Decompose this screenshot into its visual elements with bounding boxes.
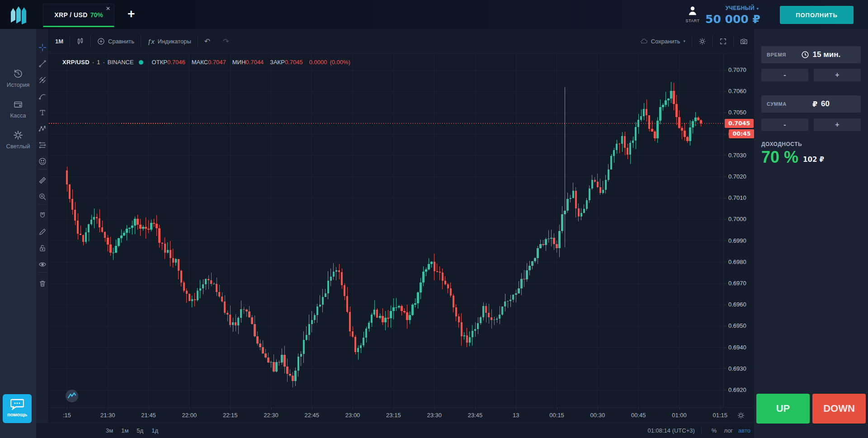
chart-plot-area[interactable]: XRP/USD · 1 · BINANCE ОТКР0.7046 МАКС0.7… [49, 54, 754, 407]
price-axis[interactable]: 0.70700.70600.70500.70400.70300.70200.70… [723, 54, 754, 407]
help-label: помощь [3, 412, 32, 417]
edit-tool-icon[interactable] [38, 228, 47, 236]
price-axis-label: 0.6990 [728, 237, 746, 244]
payout-value: 70 % 102 ₽ [761, 148, 824, 166]
time-axis[interactable]: :1521:3021:4522:0022:1522:3022:4523:0023… [49, 407, 754, 423]
up-button[interactable]: UP [756, 394, 810, 424]
current-price-line [49, 123, 723, 124]
range-button-3м[interactable]: 3м [102, 427, 117, 434]
crosshair-tool-icon[interactable] [38, 43, 47, 52]
indicators-button[interactable]: ƒx Индикаторы [141, 33, 198, 49]
trend-line-tool-icon[interactable] [38, 60, 47, 68]
chart-settings-button[interactable] [692, 33, 712, 49]
compare-label: Сравнить [108, 38, 134, 45]
screenshot-button[interactable] [734, 33, 754, 49]
chart-type-button[interactable] [70, 33, 90, 49]
text-tool-icon[interactable] [38, 108, 47, 117]
time-axis-label: 21:45 [141, 412, 156, 419]
amount-minus-button[interactable]: - [761, 118, 808, 131]
time-axis-label: 22:00 [182, 412, 197, 419]
time-plus-button[interactable]: + [814, 69, 861, 81]
save-layout-button[interactable]: Сохранить ▾ [634, 33, 692, 49]
forecast-tool-icon[interactable] [38, 141, 47, 149]
interval-button[interactable]: 1M [49, 33, 70, 49]
deposit-button[interactable]: ПОПОЛНИТЬ [780, 6, 854, 24]
price-axis-label: 0.6940 [728, 344, 746, 351]
time-steppers: - + [761, 69, 861, 81]
undo-button[interactable]: ↶ [198, 33, 217, 49]
zoom-in-tool-icon[interactable] [38, 193, 47, 201]
time-tick [189, 408, 190, 410]
chart-logo-button[interactable] [65, 389, 79, 403]
legend-symbol[interactable]: XRP/USD [62, 59, 90, 66]
gann-tool-icon[interactable] [38, 76, 47, 84]
left-sidebar: ИсторияКассаСветлый помощь [0, 29, 36, 438]
amount-field[interactable]: СУММА ₽ 60 [761, 95, 861, 113]
user-profile-button[interactable]: START [684, 5, 702, 23]
redo-button[interactable]: ↷ [217, 33, 235, 49]
range-button-1д[interactable]: 1д [147, 427, 162, 434]
tab-payout: 70% [90, 11, 103, 19]
app-logo-icon[interactable] [9, 5, 29, 25]
time-tick [679, 408, 680, 410]
amount-value: 60 [821, 99, 830, 108]
time-axis-label: 01:00 [672, 412, 687, 419]
compare-button[interactable]: Сравнить [91, 33, 141, 49]
legend-exchange: BINANCE [108, 59, 134, 66]
tab-close-icon[interactable]: ✕ [106, 6, 110, 11]
time-axis-label: 01:15 [713, 412, 728, 419]
percent-scale-button[interactable]: % [708, 427, 721, 434]
asset-tab-xrp-usd[interactable]: XRP / USD 70% ✕ [43, 4, 114, 27]
open-value: 0.7046 [167, 59, 185, 66]
ruler-tool-icon[interactable] [38, 176, 47, 184]
time-tick [638, 408, 639, 410]
trash-tool-icon[interactable] [38, 279, 47, 287]
sidebar-item-cashier[interactable]: Касса [0, 99, 36, 119]
cashier-icon [13, 103, 23, 111]
time-axis-label: 22:30 [264, 412, 278, 419]
time-minus-button[interactable]: - [761, 69, 808, 81]
log-scale-button[interactable]: лог [720, 427, 736, 434]
price-tick [724, 91, 726, 92]
account-caret-icon: ▾ [756, 6, 759, 11]
low-label: МИН [232, 59, 246, 66]
change-value: 0.0000 [309, 59, 327, 66]
eye-tool-icon[interactable] [38, 260, 47, 268]
drawing-toolbar [36, 29, 49, 423]
axis-settings-icon[interactable] [737, 411, 745, 419]
emoji-tool-icon[interactable] [38, 157, 47, 165]
price-tick [724, 305, 726, 305]
fullscreen-button[interactable] [713, 33, 733, 49]
clock-utc[interactable]: 01:08:14 (UTC+3) [647, 427, 694, 434]
help-button[interactable]: помощь [3, 394, 32, 423]
sidebar-item-label: Касса [0, 112, 36, 119]
magnet-tool-icon[interactable] [38, 212, 47, 220]
time-tick [393, 408, 394, 410]
brush-tool-icon[interactable] [38, 92, 47, 100]
pattern-tool-icon[interactable] [38, 125, 47, 133]
chart-toolbar: 1M Сравнить ƒx Индикаторы ↶ [49, 29, 754, 54]
range-button-1м[interactable]: 1м [117, 427, 132, 434]
account-switcher[interactable]: УЧЕБНЫЙ ▾ 50 000 ₽ [705, 4, 759, 26]
amount-plus-button[interactable]: + [814, 118, 861, 131]
sidebar-item-theme[interactable]: Светлый [0, 130, 36, 150]
expiry-time-field[interactable]: ВРЕМЯ 15 мин. [761, 46, 861, 63]
auto-scale-button[interactable]: авто [736, 427, 754, 434]
price-axis-label: 0.6950 [728, 322, 746, 329]
add-tab-button[interactable]: + [127, 7, 135, 21]
time-value: 15 мин. [813, 50, 841, 59]
range-button-5д[interactable]: 5д [132, 427, 147, 434]
down-button[interactable]: DOWN [812, 394, 866, 424]
sidebar-item-history[interactable]: История [0, 69, 36, 88]
app-root: XRP / USD 70% ✕ + START УЧЕБНЫЙ ▾ 50 000… [0, 0, 868, 438]
indicators-label: Индикаторы [158, 38, 191, 45]
compare-plus-icon [97, 38, 105, 45]
time-tick [475, 408, 476, 410]
lock-tool-icon[interactable] [38, 244, 47, 252]
price-tick [724, 368, 726, 369]
candlestick-chart[interactable] [49, 54, 723, 407]
candles-icon [76, 38, 84, 45]
time-axis-label: 22:45 [305, 412, 320, 419]
top-bar: XRP / USD 70% ✕ + START УЧЕБНЫЙ ▾ 50 000… [0, 0, 868, 29]
price-axis-label: 0.6920 [728, 386, 746, 393]
